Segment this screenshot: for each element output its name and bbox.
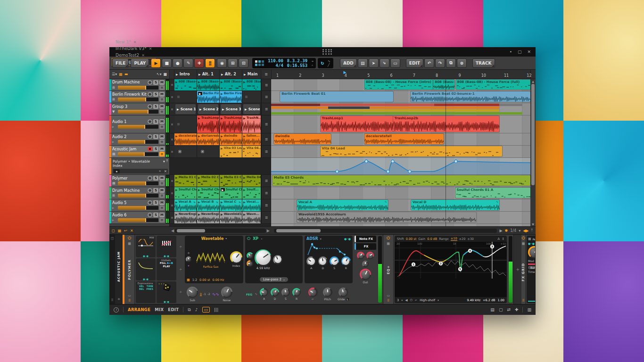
band-freq-value[interactable]: 9.49 kHz	[467, 298, 480, 302]
snap-menu-icon[interactable]: ▾	[519, 229, 520, 233]
mute-button[interactable]: M	[159, 213, 165, 217]
plugin-window-button[interactable]: ▭	[202, 307, 210, 313]
note-editor-button[interactable]: ♪	[195, 307, 198, 312]
arranger-clip[interactable]: 808 (Bass-08) - House Force (full)	[456, 80, 530, 90]
modulators-icon[interactable]: ⠿	[387, 299, 389, 303]
solo-button[interactable]: S	[153, 92, 158, 97]
transport-display[interactable]: 110.00 4/4 8.3.2.39 0:16.553 ⇥▵	[252, 58, 316, 68]
clip-cell[interactable]: ▶Soulful Cho...	[197, 187, 220, 199]
arranger-clip[interactable]: Vocal D∿	[411, 200, 499, 210]
loop-button[interactable]: ↻	[321, 60, 324, 66]
record-arm-button[interactable]	[148, 134, 152, 139]
clip-cell[interactable]: ▶Berlin Fire...	[197, 91, 220, 103]
record-arm-button[interactable]	[148, 176, 152, 181]
solo-button[interactable]: S	[153, 176, 158, 181]
fit-icon[interactable]: ⤒	[531, 228, 533, 233]
mute-button[interactable]: M	[159, 176, 165, 181]
scene-cell[interactable]: ▶Scene 4	[242, 103, 261, 115]
attack-knob[interactable]	[306, 256, 316, 266]
solo-button[interactable]: S	[153, 134, 158, 139]
file-panel-button[interactable]: ▢	[499, 307, 503, 312]
clip-cell[interactable]: ▶Mella 01 C...	[174, 175, 197, 187]
device-enable-icon[interactable]: ⏻	[128, 236, 131, 240]
tab-close-icon[interactable]: ✕	[149, 47, 152, 51]
range-30-button[interactable]: ±30	[467, 237, 474, 241]
row-scene-icon[interactable]: ≣	[261, 146, 271, 157]
volume-fader[interactable]	[118, 206, 158, 210]
clip-stop-button[interactable]	[170, 175, 174, 187]
ab-compare-icon[interactable]: A	[497, 237, 500, 241]
record-arm-button[interactable]	[148, 80, 152, 85]
arranger-clip[interactable]: Wavoloid1955 Acccolours	[297, 212, 476, 222]
device-enable-icon[interactable]: ⏻	[521, 236, 525, 240]
follow-playhead-icon[interactable]: ▶	[499, 229, 502, 233]
file-menu-button[interactable]: FILE	[112, 58, 129, 68]
modulator-keytrack[interactable]: ●─●	[157, 236, 176, 257]
clip-stop-button[interactable]	[170, 133, 174, 145]
preset-icon[interactable]: ▦	[522, 242, 525, 246]
record-arm-button[interactable]	[148, 147, 152, 151]
track-menu-button[interactable]: ≡	[159, 152, 165, 156]
add-menu-button[interactable]: ADD	[340, 58, 357, 68]
display-profile-button[interactable]: ⊡	[239, 58, 248, 68]
cutoff-knob[interactable]	[255, 249, 272, 266]
mute-button[interactable]: M	[159, 188, 165, 193]
mixer-panel-button[interactable]: |||	[214, 307, 218, 312]
modulator-expressions[interactable]: Expressions VELTIMB RELPRES	[136, 281, 156, 303]
volume-fader[interactable]	[118, 152, 158, 156]
clip-cell[interactable]: ▶Vocal...	[242, 199, 261, 211]
clip-cell[interactable]: ▶Mella 02 C...	[197, 175, 220, 187]
cutoff-value[interactable]: 4.59 kHz	[256, 266, 270, 270]
add-lane-icon[interactable]: ＋	[158, 169, 162, 173]
sub-octave-select[interactable]: 0-1-2	[200, 292, 210, 296]
expand-icon[interactable]: ⇕	[502, 237, 504, 241]
dual-display-button[interactable]: ⧉	[188, 307, 190, 313]
scene-header[interactable]: ▶Alt. 1	[197, 70, 220, 79]
new-folder-button[interactable]: ▭	[390, 58, 400, 68]
row-scene-icon[interactable]: ≣	[261, 175, 271, 187]
grid-dots-icon[interactable]: ⠿	[111, 298, 113, 302]
clip-cell[interactable]: ▶Wavo...	[242, 212, 261, 223]
index-knob[interactable]	[230, 251, 242, 263]
wavetable-oscillator[interactable]: Wavetable▾ ✛ ✦ Far	[185, 236, 243, 283]
modulator-globals[interactable]: Globals FILL A+BPLAY	[157, 258, 176, 280]
timeline-ruler[interactable]: 123456789101112▶	[271, 70, 530, 79]
document-tab[interactable]: New 1*✕	[112, 39, 155, 45]
clip-cell[interactable]: ▶Vita 03 Lead	[220, 146, 242, 157]
automation-lane[interactable]	[271, 158, 530, 175]
filter-key-knob[interactable]	[247, 260, 253, 267]
insert-marker-button[interactable]: ➤	[369, 58, 379, 68]
row-scene-icon[interactable]: ≣	[261, 133, 271, 145]
row-scene-icon[interactable]: ≣	[261, 212, 271, 223]
track-row[interactable]: Drum MachineSM⊞≡	[109, 187, 169, 199]
osc-add-icon[interactable]: ✛	[187, 251, 190, 255]
clip-stop-button[interactable]	[170, 115, 174, 133]
band-gain-value[interactable]: +6.2 dB	[483, 298, 495, 302]
touch-mode-button[interactable]: ✚	[515, 307, 519, 312]
grid-icon[interactable]: ▦	[118, 229, 122, 233]
band-q-value[interactable]: 1.00	[498, 298, 504, 302]
launcher-row-toggle-icon[interactable]: ▬	[124, 72, 128, 76]
automation-selector-panel[interactable]: Polymer • Wavetable▾⤒Index★＋✕	[109, 158, 169, 175]
mute-button[interactable]: M	[159, 134, 165, 139]
document-tab[interactable]: InTheDark V3*✕	[112, 45, 155, 52]
scene-header[interactable]: ▶Main	[242, 70, 261, 79]
track-menu-button[interactable]: ≡	[159, 193, 165, 198]
clip-stop-button[interactable]	[170, 146, 174, 157]
record-arm-button[interactable]	[148, 188, 152, 193]
mod-depth-knob[interactable]	[528, 246, 536, 258]
record-arm-button[interactable]	[148, 213, 152, 217]
solo-button[interactable]: S	[153, 80, 158, 85]
record-button[interactable]: ●	[173, 58, 182, 68]
solo-button[interactable]: S	[153, 119, 158, 124]
decay-knob[interactable]	[318, 256, 328, 266]
play-start-marker[interactable]: ▶	[344, 70, 347, 74]
add-device-icon[interactable]: ＋	[117, 296, 121, 302]
stop-clips-icon[interactable]: ◻	[112, 229, 115, 233]
range-20-button[interactable]: ±20	[459, 237, 466, 241]
panel-icon[interactable]: ◫	[111, 237, 114, 240]
envelope-title[interactable]: ADSR	[306, 237, 318, 241]
add-modulator-icon[interactable]: ＋	[177, 258, 184, 280]
preset-icon[interactable]: ▦	[128, 242, 131, 246]
track-menu-button[interactable]: TRACK	[472, 58, 495, 68]
